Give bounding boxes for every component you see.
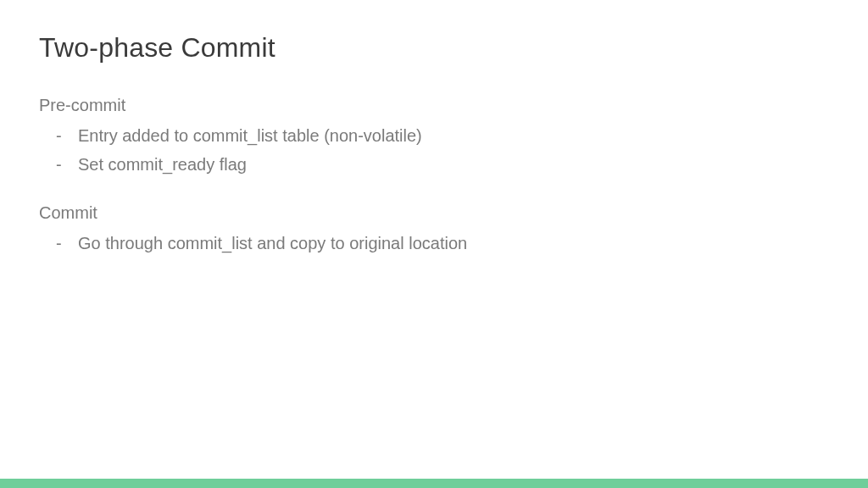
slide-title: Two-phase Commit: [39, 32, 829, 64]
accent-bottom-bar: [0, 479, 868, 488]
list-item: Go through commit_list and copy to origi…: [39, 230, 829, 257]
bullet-list-commit: Go through commit_list and copy to origi…: [39, 230, 829, 257]
list-item: Entry added to commit_list table (non-vo…: [39, 122, 829, 149]
section-label-commit: Commit: [39, 203, 829, 223]
slide-content: Two-phase Commit Pre-commit Entry added …: [0, 0, 868, 488]
list-item: Set commit_ready flag: [39, 151, 829, 178]
section-label-precommit: Pre-commit: [39, 96, 829, 115]
bullet-list-precommit: Entry added to commit_list table (non-vo…: [39, 122, 829, 178]
